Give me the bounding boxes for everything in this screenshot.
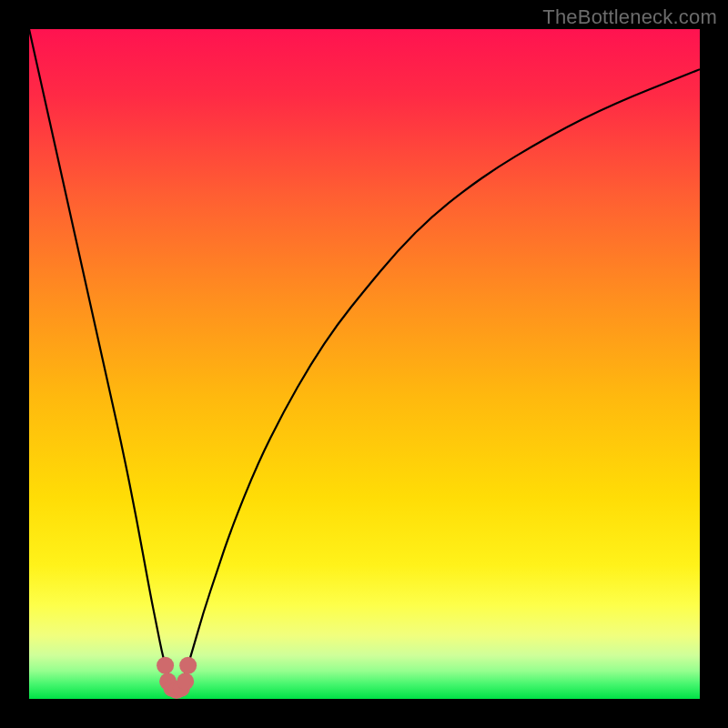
bottleneck-curve bbox=[29, 29, 700, 686]
trough-marker bbox=[177, 672, 194, 690]
trough-markers-group bbox=[157, 657, 197, 699]
chart-svg bbox=[29, 29, 700, 699]
trough-marker bbox=[179, 657, 197, 674]
trough-marker bbox=[157, 657, 174, 674]
chart-frame: TheBottleneck.com bbox=[0, 0, 728, 728]
plot-area bbox=[29, 29, 700, 699]
watermark-text: TheBottleneck.com bbox=[542, 5, 717, 29]
